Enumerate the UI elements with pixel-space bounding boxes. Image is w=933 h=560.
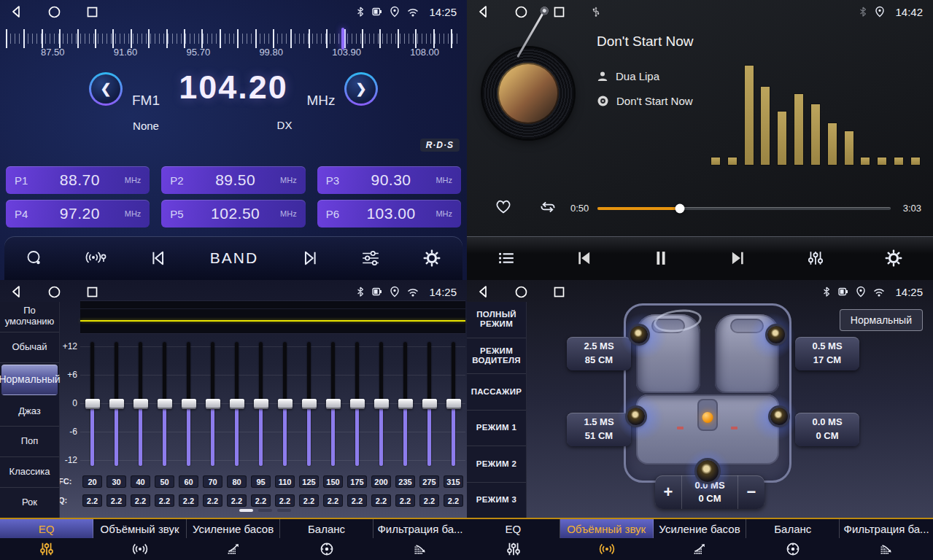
repeat-icon[interactable] [538, 198, 557, 216]
eq-preset-item[interactable]: По умолчанию [0, 302, 59, 332]
gain-slider[interactable] [187, 342, 190, 466]
progress-thumb[interactable] [675, 204, 684, 214]
recents-icon[interactable] [554, 287, 565, 298]
tab-surround[interactable]: Объёмный звук [93, 519, 187, 560]
gain-slider[interactable] [403, 342, 407, 466]
soundfield-mode-item[interactable]: ПОЛНЫЙ РЕЖИМ [467, 302, 526, 338]
eq-preset-item[interactable]: Нормальный [1, 365, 58, 395]
q-value[interactable]: 2.2 [347, 494, 367, 507]
fc-value[interactable]: 175 [347, 475, 367, 488]
fc-value[interactable]: 60 [179, 475, 198, 488]
preset-button[interactable]: P1 88.70 MHz [6, 166, 150, 194]
gain-slider[interactable] [355, 342, 359, 466]
slider-thumb[interactable] [374, 399, 389, 409]
eq-preset-item[interactable]: Классика [0, 457, 59, 488]
slider-thumb[interactable] [398, 399, 413, 409]
slider-thumb[interactable] [278, 399, 293, 409]
scan-icon[interactable] [26, 250, 42, 266]
gain-slider[interactable] [90, 342, 94, 466]
home-icon[interactable] [515, 6, 527, 18]
q-value[interactable]: 2.2 [251, 494, 271, 507]
q-value[interactable]: 2.2 [155, 494, 174, 507]
preset-button[interactable]: P3 90.30 MHz [317, 166, 461, 194]
q-value[interactable]: 2.2 [371, 494, 391, 507]
tab-balance[interactable]: Баланс [746, 519, 840, 560]
recents-icon[interactable] [87, 287, 98, 298]
equalizer-icon[interactable] [361, 250, 380, 266]
preset-button[interactable]: P2 89.50 MHz [161, 166, 305, 194]
fc-value[interactable]: 30 [107, 475, 126, 488]
eq-preset-item[interactable]: Поп [0, 427, 59, 457]
fc-value[interactable]: 80 [227, 475, 247, 488]
q-value[interactable]: 2.2 [419, 494, 439, 507]
gain-slider[interactable] [283, 342, 287, 466]
album-art[interactable] [483, 48, 573, 139]
soundfield-mode-item[interactable]: РЕЖИМ 2 [467, 446, 526, 483]
subwoofer-icon[interactable] [697, 460, 719, 482]
gain-slider[interactable] [452, 342, 455, 466]
front-left-speaker-icon[interactable] [630, 326, 648, 343]
slider-thumb[interactable] [133, 399, 148, 409]
gain-slider[interactable] [139, 342, 142, 466]
listening-position-marker[interactable] [702, 412, 713, 423]
fc-value[interactable]: 20 [82, 475, 102, 488]
broadcast-icon[interactable] [85, 250, 107, 266]
slider-thumb[interactable] [206, 399, 220, 409]
fc-value[interactable]: 150 [323, 475, 343, 488]
fc-value[interactable]: 200 [371, 475, 391, 488]
home-icon[interactable] [48, 6, 61, 18]
eq-preset-item[interactable]: Джаз [0, 397, 59, 427]
progress-slider[interactable] [597, 207, 891, 210]
gain-slider[interactable] [307, 342, 311, 466]
slider-thumb[interactable] [302, 399, 317, 409]
rear-right-delay-button[interactable]: 0.0 MS 0 CM [795, 413, 859, 446]
page-dot[interactable] [277, 509, 291, 512]
settings-gear-icon[interactable] [423, 249, 441, 267]
slider-thumb[interactable] [109, 399, 124, 409]
prev-station-icon[interactable] [150, 251, 166, 265]
fc-value[interactable]: 275 [419, 475, 439, 488]
frequency-dial[interactable] [6, 29, 460, 48]
q-value[interactable]: 2.2 [444, 494, 463, 507]
gain-slider[interactable] [331, 342, 335, 466]
soundfield-mode-item[interactable]: ПАССАЖИР [467, 374, 526, 411]
gain-slider[interactable] [259, 342, 263, 466]
back-icon[interactable] [477, 285, 489, 298]
slider-thumb[interactable] [446, 399, 461, 409]
increase-delay-button[interactable]: + [655, 475, 681, 509]
back-icon[interactable] [10, 5, 22, 18]
q-value[interactable]: 2.2 [131, 494, 150, 507]
tab-filter[interactable]: Фильтрация ба... [373, 519, 467, 560]
eq-preset-item[interactable]: Рок [0, 488, 59, 518]
favorite-heart-icon[interactable] [495, 198, 512, 214]
tab-eq[interactable]: EQ [467, 519, 560, 560]
tab-eq[interactable]: EQ [0, 519, 93, 560]
home-icon[interactable] [48, 286, 61, 298]
settings-gear-icon[interactable] [885, 249, 902, 267]
decrease-delay-button[interactable]: − [738, 475, 764, 509]
home-icon[interactable] [515, 286, 527, 298]
slider-thumb[interactable] [158, 399, 172, 409]
slider-thumb[interactable] [254, 399, 268, 409]
q-value[interactable]: 2.2 [227, 494, 247, 507]
sound-profile-button[interactable]: Нормальный [840, 309, 923, 331]
tab-bass-boost[interactable]: Усиление басов [187, 519, 280, 560]
next-track-icon[interactable] [729, 250, 746, 266]
gain-slider[interactable] [163, 342, 166, 466]
gain-slider[interactable] [211, 342, 214, 466]
playlist-icon[interactable] [498, 251, 515, 265]
q-value[interactable]: 2.2 [107, 494, 126, 507]
q-value[interactable]: 2.2 [299, 494, 319, 507]
back-icon[interactable] [10, 285, 22, 298]
tab-bass-boost[interactable]: Усиление басов [654, 519, 747, 560]
front-right-speaker-icon[interactable] [767, 326, 785, 343]
back-icon[interactable] [477, 5, 489, 18]
tab-filter[interactable]: Фильтрация ба... [840, 519, 933, 560]
page-dot[interactable] [239, 509, 253, 512]
slider-thumb[interactable] [230, 399, 244, 409]
pause-icon[interactable] [654, 249, 668, 267]
fc-value[interactable]: 110 [275, 475, 295, 488]
slider-thumb[interactable] [326, 399, 341, 409]
mixer-icon[interactable] [807, 249, 824, 267]
previous-track-icon[interactable] [576, 250, 593, 266]
